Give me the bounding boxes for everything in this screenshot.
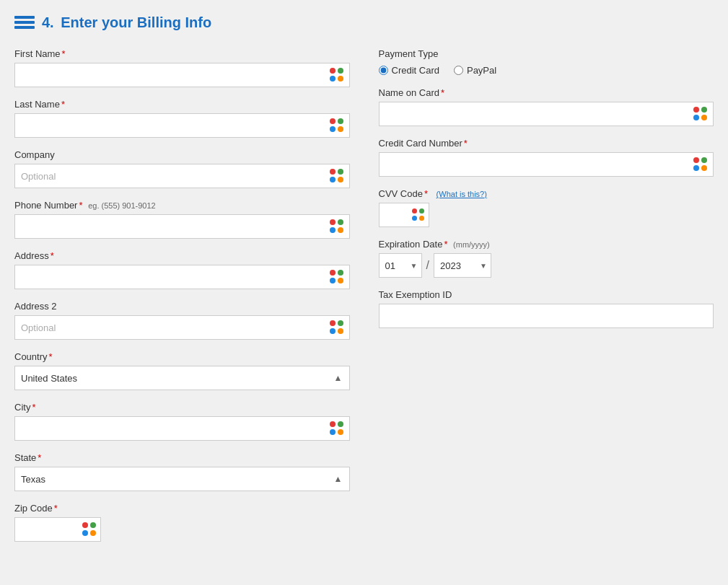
address-input-wrapper: [14, 265, 350, 289]
state-required: *: [38, 452, 41, 463]
address-label: Address*: [14, 250, 350, 261]
page-title: 4. Enter your Billing Info: [42, 14, 211, 31]
city-group: City*: [14, 402, 350, 441]
country-label: Country*: [14, 351, 350, 362]
zip-code-label: Zip Code*: [14, 503, 350, 514]
tax-exemption-label: Tax Exemption ID: [379, 289, 714, 300]
expiry-format-hint: (mm/yyyy): [453, 240, 490, 249]
radio-paypal[interactable]: PayPal: [454, 65, 496, 76]
section-header: 4. Enter your Billing Info: [14, 14, 714, 31]
address-input[interactable]: [14, 265, 350, 289]
cvv-input-wrapper: [379, 203, 429, 227]
address2-icon: [330, 320, 344, 335]
country-required: *: [49, 351, 53, 362]
cvv-code-label: CVV Code* (What is this?): [379, 188, 714, 199]
expiry-separator: /: [426, 259, 429, 272]
first-name-input-wrapper: [14, 63, 350, 87]
expiry-month-select[interactable]: 01020304 05060708 09101112: [379, 253, 422, 278]
company-input-wrapper: [14, 164, 350, 188]
country-select-wrapper: United States Canada United Kingdom ▲: [14, 366, 350, 390]
phone-input[interactable]: [14, 214, 350, 239]
state-label: State*: [14, 452, 350, 463]
cvv-required: *: [424, 188, 428, 199]
first-name-label: First Name*: [14, 48, 350, 59]
phone-required: *: [79, 200, 82, 211]
company-input[interactable]: [14, 164, 350, 188]
city-icon: [330, 421, 344, 436]
first-name-group: First Name*: [14, 48, 350, 87]
last-name-group: Last Name*: [14, 99, 350, 138]
country-group: Country* United States Canada United Kin…: [14, 351, 350, 390]
last-name-label: Last Name*: [14, 99, 350, 110]
last-name-input[interactable]: [14, 113, 350, 138]
last-name-icon: [330, 118, 344, 133]
city-label: City*: [14, 402, 350, 413]
page-container: 4. Enter your Billing Info First Name*: [14, 14, 714, 553]
cvv-code-group: CVV Code* (What is this?): [379, 188, 714, 227]
credit-card-number-label: Credit Card Number*: [379, 138, 714, 149]
radio-paypal-label: PayPal: [467, 65, 496, 76]
city-input[interactable]: [14, 416, 350, 441]
phone-input-wrapper: [14, 214, 350, 239]
name-on-card-group: Name on Card*: [379, 87, 714, 126]
cc-required: *: [464, 138, 468, 149]
cvv-hint[interactable]: (What is this?): [437, 190, 487, 198]
radio-paypal-input[interactable]: [454, 66, 463, 75]
right-column: Payment Type Credit Card PayPal Name on …: [379, 48, 714, 553]
address2-input[interactable]: [14, 315, 350, 340]
zip-code-group: Zip Code*: [14, 503, 350, 542]
name-on-card-input[interactable]: [379, 102, 714, 126]
expiration-date-label: Expiration Date* (mm/yyyy): [379, 239, 714, 250]
last-name-input-wrapper: [14, 113, 350, 138]
first-name-required: *: [62, 48, 66, 59]
last-name-required: *: [61, 99, 65, 110]
radio-credit-card-label: Credit Card: [392, 65, 439, 76]
state-group: State* Texas California New York Florida…: [14, 452, 350, 491]
address-icon: [330, 270, 344, 284]
country-select[interactable]: United States Canada United Kingdom: [14, 366, 350, 390]
expiry-group: 01020304 05060708 09101112 ▼ / 202320242…: [379, 253, 714, 278]
zip-input-wrapper: [14, 517, 101, 542]
credit-card-number-input[interactable]: [379, 152, 714, 177]
billing-icon: [14, 16, 35, 30]
state-select-wrapper: Texas California New York Florida ▲: [14, 467, 350, 491]
credit-card-number-group: Credit Card Number*: [379, 138, 714, 177]
city-required: *: [32, 402, 35, 413]
radio-credit-card-input[interactable]: [379, 66, 388, 75]
first-name-input[interactable]: [14, 63, 350, 87]
radio-credit-card[interactable]: Credit Card: [379, 65, 439, 76]
cvv-row: [379, 203, 714, 227]
tax-exemption-input[interactable]: [379, 304, 714, 328]
expiry-year-wrapper: 202320242025 202620272028 ▼: [434, 253, 491, 278]
cvv-icon: [412, 208, 425, 221]
zip-icon: [82, 522, 97, 537]
name-on-card-icon: [693, 107, 708, 121]
phone-number-group: Phone Number* eg. (555) 901-9012: [14, 200, 350, 239]
expiry-month-wrapper: 01020304 05060708 09101112 ▼: [379, 253, 422, 278]
left-column: First Name* Last Name*: [14, 48, 350, 553]
state-select[interactable]: Texas California New York Florida: [14, 467, 350, 491]
first-name-icon: [330, 68, 344, 82]
payment-type-group: Payment Type Credit Card PayPal: [379, 48, 714, 76]
city-input-wrapper: [14, 416, 350, 441]
tax-exemption-group: Tax Exemption ID: [379, 289, 714, 328]
expiry-required: *: [444, 239, 447, 250]
address-required: *: [51, 250, 54, 261]
address2-input-wrapper: [14, 315, 350, 340]
expiration-date-group: Expiration Date* (mm/yyyy) 01020304 0506…: [379, 239, 714, 278]
credit-card-input-wrapper: [379, 152, 714, 177]
radio-group: Credit Card PayPal: [379, 65, 714, 76]
phone-number-label: Phone Number* eg. (555) 901-9012: [14, 200, 350, 211]
company-label: Company: [14, 149, 350, 160]
form-layout: First Name* Last Name*: [14, 48, 714, 553]
credit-card-icon: [693, 157, 708, 172]
address-group: Address*: [14, 250, 350, 289]
expiry-year-select[interactable]: 202320242025 202620272028: [434, 253, 491, 278]
company-icon: [330, 169, 344, 183]
zip-required: *: [54, 503, 58, 514]
name-on-card-input-wrapper: [379, 102, 714, 126]
name-on-card-required: *: [441, 87, 444, 98]
name-on-card-label: Name on Card*: [379, 87, 714, 98]
company-group: Company: [14, 149, 350, 188]
phone-hint: eg. (555) 901-9012: [88, 201, 156, 210]
